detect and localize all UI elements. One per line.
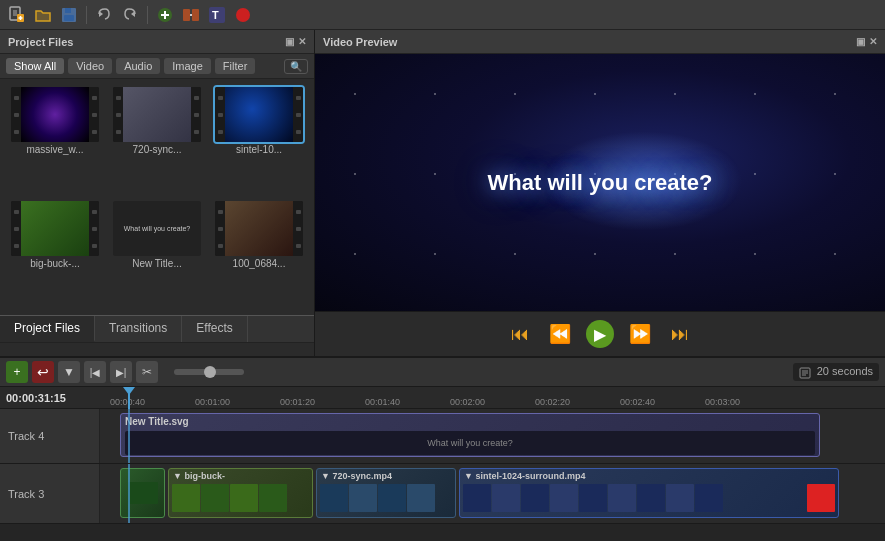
filter-showall-btn[interactable]: Show All [6, 58, 64, 74]
tab-effects[interactable]: Effects [182, 316, 247, 342]
video-preview-area: What will you create? [315, 54, 885, 311]
thumb-img-3 [11, 201, 99, 256]
thumb-item-2[interactable]: sintel-10... [210, 85, 308, 195]
playhead-ruler [128, 387, 130, 409]
filter-image-btn[interactable]: Image [164, 58, 211, 74]
remove-track-btn[interactable]: ↩ [32, 361, 54, 383]
preview-close-icon[interactable]: ✕ [869, 36, 877, 47]
track-row-4: Track 4 New Title.svg What will you crea… [0, 409, 885, 464]
preview-minimize-icon[interactable]: ▣ [856, 36, 865, 47]
left-column: Project Files ▣ ✕ Show All Video Audio I… [0, 30, 315, 356]
svg-rect-8 [65, 8, 71, 13]
clip-sintel-label: ▼ sintel-1024-surround.mp4 [460, 469, 838, 483]
redo-icon[interactable] [119, 4, 141, 26]
prev-frame-btn[interactable]: ⏪ [546, 320, 574, 348]
clip-title-label: New Title.svg [121, 414, 819, 429]
record-icon[interactable] [232, 4, 254, 26]
playhead-track4 [128, 409, 130, 463]
add-clip-icon[interactable] [154, 4, 176, 26]
thumb-label-4: New Title... [132, 258, 181, 269]
preview-title: Video Preview [323, 36, 397, 48]
thumb-item-0[interactable]: massive_w... [6, 85, 104, 195]
undo-icon[interactable] [93, 4, 115, 26]
clip-sintel[interactable]: ▼ sintel-1024-surround.mp4 [459, 468, 839, 518]
svg-rect-9 [64, 15, 74, 21]
app-container: T Project Files ▣ ✕ [0, 0, 885, 541]
thumb-item-5[interactable]: 100_0684... [210, 199, 308, 309]
thumb-item-1[interactable]: 720-sync... [108, 85, 206, 195]
playhead-track3 [128, 464, 130, 523]
panel-minimize-icon[interactable]: ▣ [285, 36, 294, 47]
new-file-icon[interactable] [6, 4, 28, 26]
thumb-label-3: big-buck-... [30, 258, 79, 269]
track-3-content[interactable]: ▼ big-buck- ▼ 720-sync.mp4 [100, 464, 885, 523]
ruler-marks: 00:00:40 00:01:00 00:01:20 00:01:40 00:0… [100, 387, 885, 409]
timeline-ruler-row: 00:00:31:15 00:00:40 00:01:00 00:01:20 0… [0, 387, 885, 409]
clip-new-title[interactable]: New Title.svg What will you create? [120, 413, 820, 457]
ruler-mark-4: 00:02:00 [450, 397, 485, 407]
thumbnails-grid: massive_w... 720-sync... [0, 79, 314, 315]
tracks-area: Track 4 New Title.svg What will you crea… [0, 409, 885, 541]
track-4-name: Track 4 [8, 430, 44, 442]
tab-transitions[interactable]: Transitions [95, 316, 182, 342]
project-files-title: Project Files [8, 36, 73, 48]
panel-close-icon[interactable]: ✕ [298, 36, 306, 47]
thumb-item-3[interactable]: big-buck-... [6, 199, 104, 309]
clip-720-sync-frames [317, 483, 455, 515]
play-pause-btn[interactable]: ▶ [586, 320, 614, 348]
clip-big-buck[interactable]: ▼ big-buck- [168, 468, 313, 518]
title-icon[interactable]: T [206, 4, 228, 26]
clip-title-preview: What will you create? [125, 431, 815, 455]
add-track-btn[interactable]: + [6, 361, 28, 383]
track-4-content[interactable]: New Title.svg What will you create? [100, 409, 885, 463]
jump-end-btn[interactable]: ⏭ [666, 320, 694, 348]
jump-start-tl-btn[interactable]: |◀ [84, 361, 106, 383]
filter-audio-btn[interactable]: Audio [116, 58, 160, 74]
project-files-panel: Project Files ▣ ✕ Show All Video Audio I… [0, 30, 314, 315]
preview-header-icons: ▣ ✕ [856, 36, 877, 47]
svg-text:T: T [212, 9, 219, 21]
filter-filter-btn[interactable]: Filter [215, 58, 255, 74]
ruler-mark-3: 00:01:40 [365, 397, 400, 407]
svg-point-20 [236, 8, 250, 22]
svg-rect-16 [192, 9, 199, 21]
filter-video-btn[interactable]: Video [68, 58, 112, 74]
right-column: Video Preview ▣ ✕ What will you create? … [315, 30, 885, 356]
razor-btn[interactable]: ✂ [136, 361, 158, 383]
clip-720-sync-label: ▼ 720-sync.mp4 [317, 469, 455, 483]
middle-area: Project Files ▣ ✕ Show All Video Audio I… [0, 30, 885, 356]
track-3-name: Track 3 [8, 488, 44, 500]
playhead-arrow [123, 387, 135, 395]
thumb-img-0 [11, 87, 99, 142]
next-frame-btn[interactable]: ⏩ [626, 320, 654, 348]
filter-search-btn[interactable]: 🔍 [284, 59, 308, 74]
save-file-icon[interactable] [58, 4, 80, 26]
clip-big-buck-frames [169, 483, 312, 515]
thumb-img-5 [215, 201, 303, 256]
track-row-3: Track 3 ▼ big-buck- [0, 464, 885, 524]
thumb-img-4: What will you create? [113, 201, 201, 256]
tab-content-area [0, 343, 314, 356]
open-file-icon[interactable] [32, 4, 54, 26]
project-files-header: Project Files ▣ ✕ [0, 30, 314, 54]
preview-header: Video Preview ▣ ✕ [315, 30, 885, 54]
jump-start-btn[interactable]: ⏮ [506, 320, 534, 348]
filter-tracks-btn[interactable]: ▼ [58, 361, 80, 383]
clip-m[interactable] [120, 468, 165, 518]
zoom-slider[interactable] [174, 369, 244, 375]
toolbar-sep-1 [86, 6, 87, 24]
clip-720-sync[interactable]: ▼ 720-sync.mp4 [316, 468, 456, 518]
playback-controls: ⏮ ⏪ ▶ ⏩ ⏭ [315, 311, 885, 356]
zoom-thumb[interactable] [204, 366, 216, 378]
thumb-label-5: 100_0684... [233, 258, 286, 269]
ruler-mark-6: 00:02:40 [620, 397, 655, 407]
tab-project-files[interactable]: Project Files [0, 316, 95, 342]
panel-header-icons: ▣ ✕ [285, 36, 306, 47]
jump-end-tl-btn[interactable]: ▶| [110, 361, 132, 383]
thumb-label-2: sintel-10... [236, 144, 282, 155]
transition-icon[interactable] [180, 4, 202, 26]
thumb-item-4[interactable]: What will you create? New Title... [108, 199, 206, 309]
toolbar-sep-2 [147, 6, 148, 24]
clip-big-buck-label: ▼ big-buck- [169, 469, 312, 483]
svg-rect-15 [183, 9, 190, 21]
